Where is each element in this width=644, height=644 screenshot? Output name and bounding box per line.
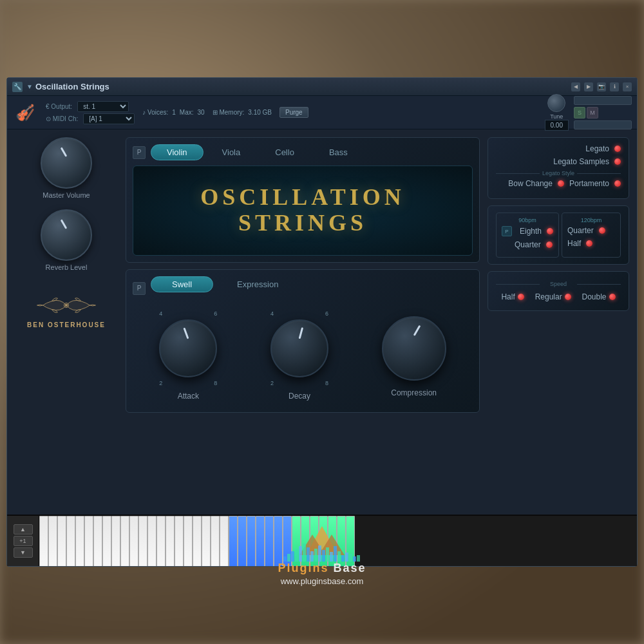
piano-key-1[interactable] <box>48 516 57 566</box>
piano-controls: ▲ +1 ▼ <box>7 516 39 566</box>
logo-ornament <box>34 289 99 321</box>
instrument-section: P Violin Viola Cello Bass OSCILLATION ST… <box>126 137 480 263</box>
eighth-led[interactable] <box>547 228 553 234</box>
decay-scale-top: 4 6 <box>270 310 328 317</box>
left-panel: Master Volume Reverb Level <box>15 137 118 507</box>
scroll-up-button[interactable]: ▲ <box>14 524 33 535</box>
decay-scale-bottom: 2 8 <box>270 380 328 386</box>
master-volume-knob[interactable] <box>41 137 92 189</box>
piano-key-32[interactable] <box>328 516 337 566</box>
tab-cello[interactable]: Cello <box>259 144 310 160</box>
piano-key-13[interactable] <box>156 516 166 566</box>
piano-key-27[interactable] <box>283 516 292 566</box>
logo-area: BEN OSTERHOUSE <box>27 289 106 328</box>
s-button[interactable]: S <box>574 107 585 118</box>
half-led[interactable] <box>586 240 592 247</box>
tab-viola[interactable]: Viola <box>206 144 257 160</box>
piano-key-24[interactable] <box>256 516 265 566</box>
attack-scale-2: 2 <box>159 380 162 386</box>
piano-key-22[interactable] <box>238 516 247 566</box>
level-slider[interactable] <box>574 120 632 129</box>
nav-right-button[interactable]: ▶ <box>584 82 593 91</box>
eighth-row: P Eighth <box>502 226 553 236</box>
attack-scale-6: 6 <box>214 310 217 317</box>
attack-knob[interactable] <box>159 319 217 377</box>
bow-change-led[interactable] <box>558 180 564 187</box>
piano-key-5[interactable] <box>84 516 93 566</box>
double-speed-option: Double <box>582 292 616 301</box>
legato-samples-led[interactable] <box>614 158 621 165</box>
piano-key-29[interactable] <box>301 516 310 566</box>
tune-knob[interactable] <box>547 94 565 112</box>
m-button[interactable]: M <box>587 107 598 118</box>
purge-button[interactable]: Purge <box>279 107 308 118</box>
piano-key-34[interactable] <box>346 516 355 566</box>
tab-bass[interactable]: Bass <box>313 144 364 160</box>
piano-key-31[interactable] <box>319 516 328 566</box>
nav-left-button[interactable]: ◀ <box>571 82 580 91</box>
compression-knob-group: Compression <box>382 314 446 397</box>
tab-swell[interactable]: Swell <box>151 276 213 292</box>
piano-key-25[interactable] <box>265 516 274 566</box>
half-speed-led[interactable] <box>518 294 524 300</box>
breadcrumb-arrow: ▼ <box>26 83 33 90</box>
piano-key-16[interactable] <box>184 516 193 566</box>
reverb-level-container: Reverb Level <box>41 209 92 271</box>
midi-dropdown[interactable]: [A] 1 <box>83 113 135 124</box>
piano-key-33[interactable] <box>337 516 346 566</box>
reverb-level-knob[interactable] <box>41 209 92 261</box>
instrument-p-button[interactable]: P <box>133 146 146 159</box>
half-speed-option: Half <box>501 292 524 301</box>
piano-key-7[interactable] <box>102 516 111 566</box>
piano-key-2[interactable] <box>57 516 66 566</box>
piano-key-4[interactable] <box>75 516 84 566</box>
quarter2-row: Quarter <box>567 226 615 235</box>
tab-expression[interactable]: Expression <box>216 276 299 292</box>
piano-key-20[interactable] <box>220 516 229 566</box>
tab-violin[interactable]: Violin <box>151 144 204 160</box>
piano-key-3[interactable] <box>66 516 75 566</box>
midi-row: ⊙ MIDI Ch: [A] 1 <box>46 113 135 124</box>
regular-speed-led[interactable] <box>565 294 571 300</box>
aux-slider[interactable] <box>574 96 632 105</box>
piano-key-21[interactable] <box>229 516 238 566</box>
piano-key-18[interactable] <box>202 516 211 566</box>
output-dropdown[interactable]: st. 1 <box>77 101 129 112</box>
compression-knob[interactable] <box>382 316 446 381</box>
piano-key-11[interactable] <box>138 516 147 566</box>
speed-row: Half Regular Double <box>496 290 621 304</box>
quarter-led[interactable] <box>546 242 553 248</box>
close-button[interactable]: × <box>623 82 632 91</box>
piano-key-23[interactable] <box>247 516 256 566</box>
piano-key-12[interactable] <box>147 516 156 566</box>
plugin-title-line2: STRINGS <box>200 211 404 236</box>
piano-key-17[interactable] <box>193 516 202 566</box>
info-button[interactable]: ℹ <box>610 82 619 91</box>
swell-p-button[interactable]: P <box>133 282 146 295</box>
swell-header: P Swell Expression <box>133 276 473 300</box>
piano-key-19[interactable] <box>211 516 220 566</box>
info-bar: 🎻 € Output: st. 1 ⊙ MIDI Ch: [A] 1 ♪ Voi… <box>7 96 637 129</box>
legato-samples-label: Legato Samples <box>553 157 609 166</box>
legato-led[interactable] <box>614 146 621 152</box>
legato-samples-row: Legato Samples <box>496 157 621 166</box>
piano-key-8[interactable] <box>111 516 120 566</box>
piano-key-28[interactable] <box>292 516 301 566</box>
piano-key-6[interactable] <box>93 516 102 566</box>
piano-key-10[interactable] <box>129 516 138 566</box>
double-speed-led[interactable] <box>609 294 616 300</box>
decay-knob[interactable] <box>270 319 328 377</box>
camera-button[interactable]: 📷 <box>597 82 606 91</box>
piano-key-14[interactable] <box>166 516 175 566</box>
scroll-down-button[interactable]: ▼ <box>14 547 33 558</box>
quarter2-led[interactable] <box>599 227 605 234</box>
piano-key-26[interactable] <box>274 516 283 566</box>
portamento-led[interactable] <box>614 180 621 187</box>
piano-key-0[interactable] <box>39 516 48 566</box>
piano-key-9[interactable] <box>120 516 129 566</box>
piano-key-15[interactable] <box>175 516 184 566</box>
memory-value: 3.10 GB <box>248 109 272 116</box>
piano-key-30[interactable] <box>310 516 319 566</box>
eighth-p-button[interactable]: P <box>502 226 512 236</box>
memory-label: ⊞ Memory: <box>213 109 245 116</box>
